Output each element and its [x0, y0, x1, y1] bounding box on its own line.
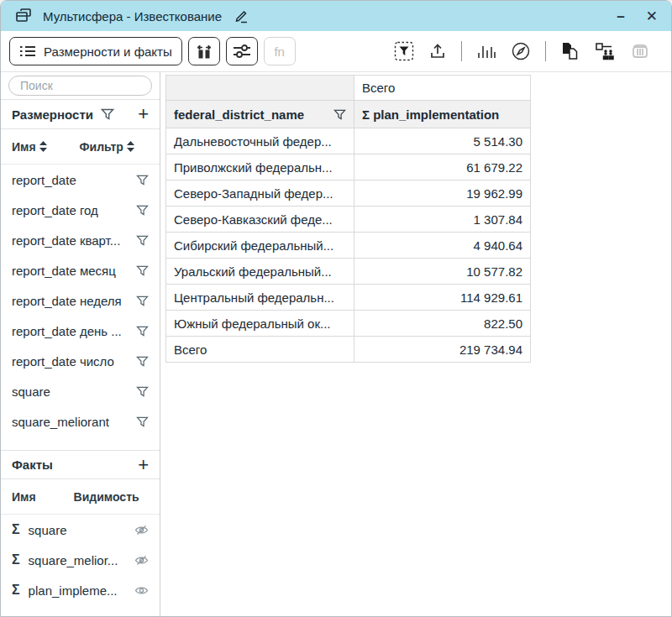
fact-item[interactable]: Σ plan_impleme... [1, 575, 160, 605]
filter-icon[interactable] [136, 326, 149, 337]
table-row: Дальневосточный федер... 5 514.30 [166, 128, 531, 154]
filter-icon[interactable] [333, 109, 346, 120]
filter-icon[interactable] [136, 235, 149, 246]
visibility-off-icon[interactable] [134, 525, 149, 536]
table-row: Центральный федеральн... 114 929.61 [166, 285, 531, 311]
pivot-table: Всего federal_district_name Σ plan_imp [165, 75, 531, 363]
cube-view-icon [629, 41, 651, 61]
facts-visibility-col: Видимость [74, 490, 139, 504]
dimensions-section-header: Размерности + [1, 100, 160, 129]
filter-icon[interactable] [136, 416, 149, 427]
hierarchy-icon[interactable] [595, 41, 615, 61]
dims-filter-sort[interactable]: Фильтр [80, 140, 134, 154]
row-label-cell[interactable]: Всего [166, 337, 354, 363]
search-input[interactable] [8, 76, 152, 96]
filter-icon[interactable] [136, 205, 149, 216]
sort-icon [39, 141, 47, 152]
dimension-item[interactable]: report_date месяц [1, 255, 160, 285]
filter-icon[interactable] [136, 175, 149, 186]
dimensions-columns-header: Имя Фильтр [1, 129, 160, 165]
sliders-icon [233, 44, 251, 59]
toolbar-divider [545, 41, 546, 61]
facts-title: Факты [12, 458, 53, 472]
edit-title-icon[interactable] [232, 8, 249, 24]
visibility-on-icon[interactable] [134, 585, 149, 596]
sigma-icon: Σ [12, 522, 20, 537]
total-column-header[interactable]: Всего [354, 76, 531, 101]
table-row: Всего 219 734.94 [166, 337, 531, 363]
dimension-item[interactable]: report_date кварт... [1, 225, 160, 255]
filter-icon[interactable] [136, 265, 149, 276]
dimension-item[interactable]: report_date год [1, 195, 160, 225]
column-width-icon [196, 44, 213, 59]
copy-icon[interactable] [560, 41, 580, 61]
row-label-cell[interactable]: Приволжский федеральн... [166, 154, 354, 180]
pivot-corner-cell[interactable] [166, 76, 354, 101]
dims-name-sort[interactable]: Имя [12, 140, 47, 154]
sigma-icon: Σ [12, 583, 20, 598]
dimension-item[interactable]: report_date [1, 165, 160, 195]
row-label-cell[interactable]: Сибирский федеральный... [166, 233, 354, 259]
toolbar-right-group [394, 41, 663, 61]
table-row: Уральский федеральный... 10 577.82 [166, 259, 531, 285]
visibility-off-icon[interactable] [134, 555, 149, 566]
filter-icon[interactable] [136, 386, 149, 397]
dimension-item[interactable]: report_date день ... [1, 316, 160, 346]
app-body: Размерности + Имя Фильтр [1, 72, 671, 616]
value-cell[interactable]: 1 307.84 [354, 207, 531, 233]
fn-label: fn [274, 44, 285, 59]
table-row: Южный федеральный ок... 822.50 [166, 311, 531, 337]
dimensions-filter-icon[interactable] [101, 108, 114, 120]
dimensions-facts-button[interactable]: Размерности и факты [9, 37, 182, 65]
titlebar: Мультисфера - Известкование – ✕ [1, 1, 671, 31]
value-cell[interactable]: 19 962.99 [354, 180, 531, 207]
filter-icon[interactable] [136, 356, 149, 367]
dimension-item[interactable]: report_date неделя [1, 285, 160, 316]
table-row: Северо-Кавказский феде... 1 307.84 [166, 207, 531, 233]
toolbar: Размерности и факты fn [1, 31, 671, 72]
row-label-cell[interactable]: Южный федеральный ок... [166, 311, 354, 337]
dimensions-facts-label: Размерности и факты [44, 44, 172, 59]
histogram-icon[interactable] [476, 42, 496, 60]
sidebar: Размерности + Имя Фильтр [1, 72, 160, 616]
value-cell[interactable]: 10 577.82 [354, 259, 531, 285]
minimize-button[interactable]: – [617, 9, 623, 24]
add-fact-button[interactable]: + [138, 456, 149, 474]
fact-item[interactable]: Σ square [1, 515, 160, 545]
dimensions-title: Размерности [12, 107, 93, 122]
sigma-icon: Σ [12, 552, 20, 567]
toolbar-divider [461, 41, 462, 61]
row-label-cell[interactable]: Северо-Западный федер... [166, 180, 354, 207]
export-icon[interactable] [428, 42, 447, 60]
sigma-icon: Σ [362, 107, 370, 122]
dimension-item[interactable]: square_meliorant [1, 406, 160, 437]
row-label-cell[interactable]: Центральный федеральн... [166, 285, 354, 311]
add-dimension-button[interactable]: + [138, 105, 149, 123]
dimension-item[interactable]: square [1, 376, 160, 406]
dimension-list: report_date report_date год report_date … [1, 165, 160, 437]
filter-selection-icon[interactable] [394, 41, 414, 61]
compass-icon[interactable] [511, 41, 531, 61]
spacer [1, 437, 160, 450]
fact-item[interactable]: Σ square_melior... [1, 545, 160, 575]
dimension-item[interactable]: report_date число [1, 346, 160, 376]
facts-section-header: Факты + [1, 450, 160, 479]
table-row: Северо-Западный федер... 19 962.99 [166, 180, 531, 207]
sort-icon [127, 141, 134, 152]
row-label-cell[interactable]: Северо-Кавказский феде... [166, 207, 354, 233]
value-cell[interactable]: 822.50 [354, 311, 531, 337]
row-label-cell[interactable]: Уральский федеральный... [166, 259, 354, 285]
value-cell[interactable]: 219 734.94 [354, 337, 531, 363]
table-row: Приволжский федеральн... 61 679.22 [166, 154, 531, 180]
value-cell[interactable]: 5 514.30 [354, 128, 531, 154]
column-width-button[interactable] [188, 37, 220, 65]
measure-header[interactable]: Σ plan_implementation [354, 101, 531, 128]
settings-sliders-button[interactable] [226, 37, 258, 65]
value-cell[interactable]: 4 940.64 [354, 233, 531, 259]
close-button[interactable]: ✕ [646, 9, 658, 24]
row-dimension-header[interactable]: federal_district_name [166, 101, 354, 128]
row-label-cell[interactable]: Дальневосточный федер... [166, 128, 354, 154]
value-cell[interactable]: 61 679.22 [354, 154, 531, 180]
filter-icon[interactable] [136, 295, 149, 306]
value-cell[interactable]: 114 929.61 [354, 285, 531, 311]
